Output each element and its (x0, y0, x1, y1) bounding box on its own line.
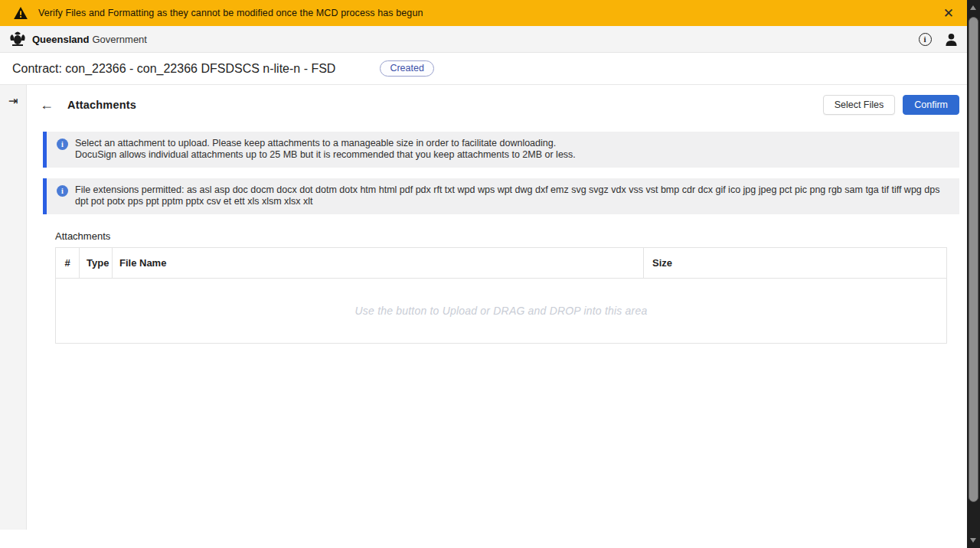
column-header-number: # (56, 248, 80, 278)
logo-text-government: Government (92, 34, 147, 45)
confirm-button[interactable]: Confirm (903, 95, 959, 115)
upload-info-line1: Select an attachment to upload. Please k… (75, 138, 949, 149)
table-header-row: # Type File Name Size (56, 248, 946, 279)
column-header-file-name: File Name (113, 248, 644, 278)
info-circle-icon: i (57, 139, 68, 150)
status-badge: Created (380, 60, 433, 77)
page-title: Attachments (67, 99, 136, 111)
column-header-type: Type (80, 248, 113, 278)
main-area: ⇥ ← Attachments Select Files Confirm i S… (0, 85, 980, 530)
contract-bar: Contract: con_22366 - con_22366 DFSDSCS … (0, 53, 980, 85)
back-arrow-icon[interactable]: ← (40, 97, 61, 113)
upload-info-line2: DocuSign allows individual attachments u… (75, 149, 949, 161)
info-icon[interactable]: i (917, 31, 933, 47)
sidebar-expand-icon[interactable]: ⇥ (8, 94, 18, 108)
contract-title: Contract: con_22366 - con_22366 DFSDSCS … (12, 62, 335, 76)
file-extensions-alert: i File extensions permitted: as asl asp … (43, 178, 959, 214)
select-files-button[interactable]: Select Files (823, 95, 896, 115)
attachments-section: Attachments # Type File Name Size Use th… (55, 230, 947, 344)
drag-drop-area[interactable]: Use the button to Upload or DRAG and DRO… (56, 279, 946, 343)
scrollbar-thumb[interactable] (969, 17, 978, 502)
page-toolbar: ← Attachments Select Files Confirm (27, 85, 959, 122)
attachments-label: Attachments (55, 230, 947, 242)
attachments-table: # Type File Name Size Use the button to … (55, 247, 947, 344)
user-icon[interactable] (943, 31, 959, 47)
gov-header: Queensland Government i (0, 26, 980, 53)
info-circle-icon: i (57, 185, 68, 197)
logo-text-queensland: Queensland (32, 34, 89, 45)
scroll-down-arrow-icon[interactable] (970, 538, 976, 543)
column-header-size: Size (644, 248, 946, 278)
upload-info-alert: i Select an attachment to upload. Please… (43, 132, 959, 168)
close-icon[interactable]: ✕ (940, 5, 957, 21)
banner-message: Verify Files and Formatting as they cann… (38, 8, 423, 18)
scroll-up-arrow-icon[interactable] (970, 5, 976, 10)
app-window: Verify Files and Formatting as they cann… (0, 0, 980, 530)
empty-state-text: Use the button to Upload or DRAG and DRO… (355, 305, 648, 317)
queensland-coat-of-arms-logo (8, 30, 28, 48)
warning-banner: Verify Files and Formatting as they cann… (0, 0, 980, 26)
file-extensions-text: File extensions permitted: as asl asp do… (75, 184, 949, 207)
warning-icon (14, 7, 28, 19)
collapsed-sidebar: ⇥ (0, 85, 27, 530)
vertical-scrollbar[interactable] (967, 0, 980, 548)
content-area: ← Attachments Select Files Confirm i Sel… (27, 85, 980, 530)
